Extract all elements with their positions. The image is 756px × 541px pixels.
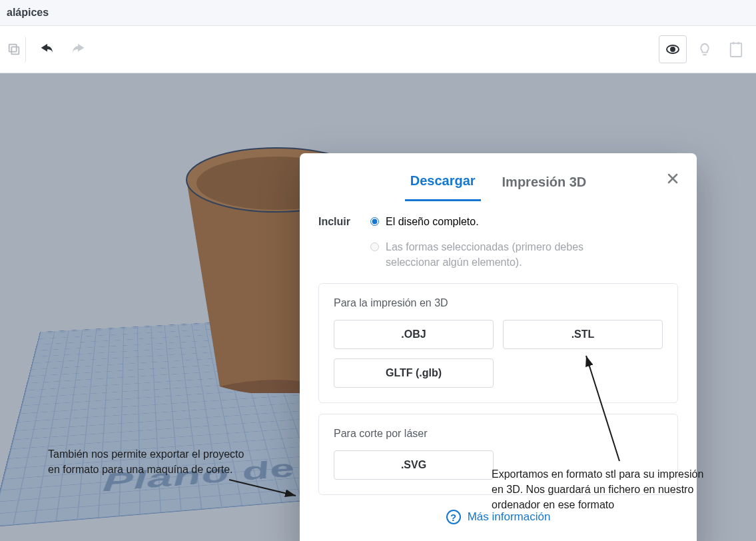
- svg-line-11: [229, 480, 296, 496]
- notes-icon[interactable]: [723, 36, 749, 63]
- svg-line-12: [586, 356, 619, 461]
- include-label: Incluir: [318, 215, 350, 270]
- annotation-right: Exportamos en formato stl para su impres…: [492, 466, 705, 513]
- title-bar: alápices: [0, 0, 756, 25]
- help-icon: ?: [446, 510, 461, 524]
- export-svg-button[interactable]: .SVG: [334, 450, 494, 480]
- radio-full-design[interactable]: El diseño completo.: [370, 215, 612, 229]
- workspace[interactable]: Plano de trabajo Descargar Impresión 3D …: [0, 73, 756, 541]
- radio-full-input[interactable]: [370, 217, 379, 226]
- radio-full-label: El diseño completo.: [386, 215, 479, 229]
- tab-print3d[interactable]: Impresión 3D: [497, 169, 592, 201]
- export-gltf-button[interactable]: GLTF (.glb): [334, 358, 494, 388]
- project-title: alápices: [7, 7, 49, 19]
- undo-button[interactable]: [34, 36, 61, 63]
- tab-download[interactable]: Descargar: [405, 168, 481, 201]
- radio-selected-label: Las formas seleccionadas (primero debes …: [386, 240, 612, 270]
- arrow-right: [579, 352, 633, 465]
- redo-button[interactable]: [65, 36, 91, 63]
- export-obj-button[interactable]: .OBJ: [334, 320, 494, 349]
- svg-rect-4: [731, 43, 742, 57]
- svg-rect-0: [11, 47, 19, 54]
- arrow-left: [226, 477, 300, 500]
- bulb-icon[interactable]: [691, 35, 719, 63]
- close-icon[interactable]: [665, 171, 681, 187]
- toolbar: [0, 25, 756, 73]
- export-stl-button[interactable]: .STL: [503, 320, 663, 349]
- visibility-icon[interactable]: [659, 35, 687, 63]
- copy-icon[interactable]: [7, 36, 26, 63]
- radio-selected-input: [370, 243, 379, 251]
- section-3d-title: Para la impresión en 3D: [334, 297, 663, 309]
- svg-point-3: [671, 47, 675, 51]
- svg-rect-1: [9, 45, 17, 52]
- annotation-left: También nos permite exportar el proyecto…: [48, 446, 248, 477]
- radio-selected-shapes: Las formas seleccionadas (primero debes …: [370, 240, 612, 270]
- modal-tabs: Descargar Impresión 3D: [300, 153, 697, 201]
